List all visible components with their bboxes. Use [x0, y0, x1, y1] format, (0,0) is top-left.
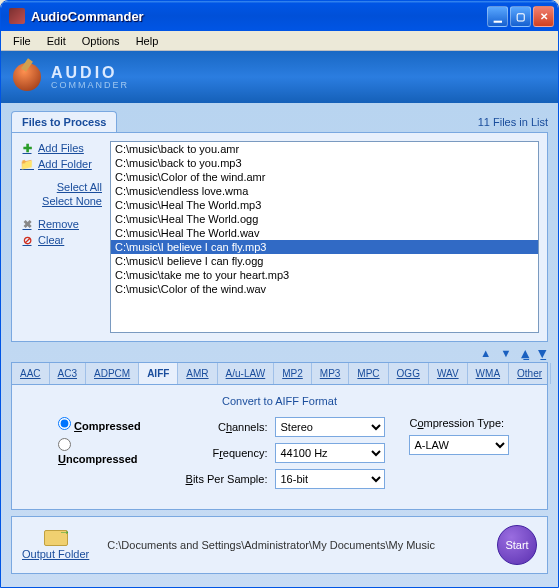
side-actions: ✚Add Files 📁Add Folder Select All Select…	[20, 141, 102, 333]
format-tab-mp2[interactable]: MP2	[274, 363, 312, 384]
list-order-arrows: ▲ ▼ ▲̲ ▼̲	[11, 342, 548, 362]
footer-bar: Output Folder C:\Documents and Settings\…	[11, 516, 548, 574]
format-tabs: AACAC3ADPCMAIFFAMRA/u-LAWMP2MP3MPCOGGWAV…	[11, 362, 548, 385]
bits-per-sample-label: Bits Per Sample:	[175, 473, 275, 485]
params: Channels:Stereo Frequency:44100 Hz Bits …	[175, 417, 385, 495]
menu-options[interactable]: Options	[74, 33, 128, 49]
list-item[interactable]: C:\music\take me to your heart.mp3	[111, 268, 538, 282]
format-tab-wma[interactable]: WMA	[468, 363, 509, 384]
select-all-link[interactable]: Select All	[20, 181, 102, 193]
start-button[interactable]: Start	[497, 525, 537, 565]
convert-panel: Convert to AIFF Format Compressed Uncomp…	[11, 385, 548, 510]
format-tab-mp3[interactable]: MP3	[312, 363, 350, 384]
list-item[interactable]: C:\music\I believe I can fly.mp3	[111, 240, 538, 254]
minimize-button[interactable]: ▁	[487, 6, 508, 27]
files-count-label: 11 Files in List	[478, 116, 548, 132]
list-item[interactable]: C:\music\back to you.amr	[111, 142, 538, 156]
list-item[interactable]: C:\music\Heal The World.ogg	[111, 212, 538, 226]
format-tab-wav[interactable]: WAV	[429, 363, 468, 384]
frequency-label: Frequency:	[175, 447, 275, 459]
main-body: Files to Process 11 Files in List ✚Add F…	[1, 103, 558, 587]
add-files-link[interactable]: ✚Add Files	[20, 141, 102, 155]
plus-icon: ✚	[20, 141, 34, 155]
file-list[interactable]: C:\music\back to you.amrC:\music\back to…	[110, 141, 539, 333]
tab-files-to-process[interactable]: Files to Process	[11, 111, 117, 132]
compression-mode: Compressed Uncompressed	[28, 417, 151, 495]
titlebar: AudioCommander ▁ ▢ ✕	[1, 1, 558, 31]
format-tab-aiff[interactable]: AIFF	[139, 363, 178, 384]
app-icon	[9, 8, 25, 24]
list-item[interactable]: C:\music\Color of the wind.amr	[111, 170, 538, 184]
maximize-button[interactable]: ▢	[510, 6, 531, 27]
format-tab-mpc[interactable]: MPC	[349, 363, 388, 384]
tab-row: Files to Process 11 Files in List	[11, 111, 548, 132]
compression-type: Compression Type: A-LAW	[409, 417, 531, 495]
compressed-radio[interactable]: Compressed	[58, 417, 151, 432]
no-entry-icon: ⊘	[20, 233, 34, 247]
brand-banner: AUDIO COMMANDER	[1, 51, 558, 103]
list-item[interactable]: C:\music\back to you.mp3	[111, 156, 538, 170]
brand-logo-icon	[13, 63, 41, 91]
move-bottom-button[interactable]: ▼̲	[538, 347, 546, 359]
uncompressed-radio[interactable]: Uncompressed	[58, 438, 151, 465]
menu-help[interactable]: Help	[128, 33, 167, 49]
output-folder-icon	[44, 530, 68, 546]
format-tab-ac3[interactable]: AC3	[50, 363, 86, 384]
compression-type-label: Compression Type:	[409, 417, 531, 429]
x-icon: ✖	[20, 217, 34, 231]
menu-edit[interactable]: Edit	[39, 33, 74, 49]
select-none-link[interactable]: Select None	[20, 195, 102, 207]
window-title: AudioCommander	[31, 9, 485, 24]
compression-type-select[interactable]: A-LAW	[409, 435, 509, 455]
list-item[interactable]: C:\music\Heal The World.mp3	[111, 198, 538, 212]
menubar: File Edit Options Help	[1, 31, 558, 51]
format-tab-amr[interactable]: AMR	[178, 363, 217, 384]
channels-label: Channels:	[175, 421, 275, 433]
add-folder-link[interactable]: 📁Add Folder	[20, 157, 102, 171]
convert-title: Convert to AIFF Format	[28, 395, 531, 407]
files-panel: ✚Add Files 📁Add Folder Select All Select…	[11, 132, 548, 342]
output-path: C:\Documents and Settings\Administrator\…	[107, 539, 497, 551]
move-top-button[interactable]: ▲̲	[521, 347, 529, 359]
close-button[interactable]: ✕	[533, 6, 554, 27]
clear-link[interactable]: ⊘Clear	[20, 233, 102, 247]
brand-subtitle: COMMANDER	[51, 80, 129, 90]
list-item[interactable]: C:\music\endless love.wma	[111, 184, 538, 198]
format-tab-aac[interactable]: AAC	[12, 363, 50, 384]
bits-per-sample-select[interactable]: 16-bit	[275, 469, 385, 489]
format-tab-ogg[interactable]: OGG	[389, 363, 429, 384]
channels-select[interactable]: Stereo	[275, 417, 385, 437]
list-item[interactable]: C:\music\Heal The World.wav	[111, 226, 538, 240]
frequency-select[interactable]: 44100 Hz	[275, 443, 385, 463]
app-window: AudioCommander ▁ ▢ ✕ File Edit Options H…	[0, 0, 559, 588]
format-tab-adpcm[interactable]: ADPCM	[86, 363, 139, 384]
format-tab-other[interactable]: Other	[509, 363, 551, 384]
output-folder-button[interactable]: Output Folder	[22, 530, 89, 560]
format-tab-aulaw[interactable]: A/u-LAW	[218, 363, 275, 384]
move-up-button[interactable]: ▲	[480, 347, 491, 359]
list-item[interactable]: C:\music\I believe I can fly.ogg	[111, 254, 538, 268]
move-down-button[interactable]: ▼	[500, 347, 511, 359]
menu-file[interactable]: File	[5, 33, 39, 49]
folder-icon: 📁	[20, 157, 34, 171]
list-item[interactable]: C:\music\Color of the wind.wav	[111, 282, 538, 296]
remove-link[interactable]: ✖Remove	[20, 217, 102, 231]
